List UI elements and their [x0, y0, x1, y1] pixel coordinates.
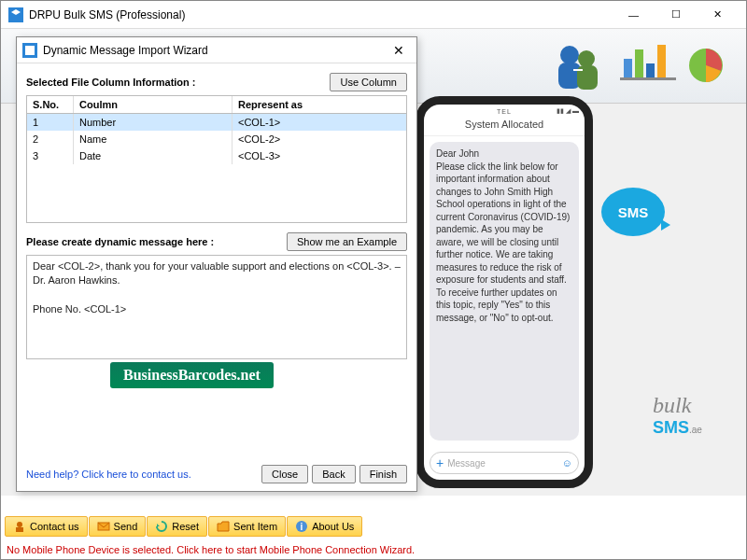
dialog-titlebar: Dynamic Message Import Wizard ✕ — [17, 37, 416, 63]
finish-button[interactable]: Finish — [359, 465, 407, 483]
reset-icon — [155, 520, 168, 533]
sms-text: SMS — [653, 418, 689, 437]
pie-chart-icon — [685, 45, 727, 87]
table-header: S.No. Coulmn Represent as — [27, 96, 406, 114]
watermark-badge: BusinessBarcodes.net — [110, 362, 274, 388]
window-controls: — ☐ ✕ — [613, 2, 739, 28]
contact-us-button[interactable]: Contact us — [5, 516, 88, 537]
about-us-button[interactable]: i About Us — [287, 516, 362, 537]
svg-rect-7 — [635, 49, 643, 77]
about-label: About Us — [312, 521, 354, 532]
use-column-button[interactable]: Use Column — [330, 73, 407, 91]
svg-rect-6 — [624, 59, 632, 77]
cell: Number — [74, 114, 233, 131]
people-icon — [545, 38, 611, 94]
svg-rect-5 — [620, 77, 676, 80]
bulksms-logo: bulk SMS.ae — [653, 393, 737, 458]
table-row[interactable]: 2 Name <COL-2> — [27, 131, 406, 147]
table-row[interactable]: 3 Date <COL-3> — [27, 147, 406, 164]
sent-item-button[interactable]: Sent Item — [208, 516, 286, 537]
battery-icon: ▬ — [572, 107, 579, 115]
dialog-body: Selected File Column Information : Use C… — [17, 63, 416, 491]
bulk-text: bulk — [653, 393, 737, 418]
cell: <COL-2> — [233, 131, 406, 147]
contact-icon — [13, 520, 26, 533]
contact-label: Contact us — [30, 521, 79, 532]
cell: <COL-3> — [233, 147, 406, 164]
app-icon — [8, 7, 23, 22]
maximize-button[interactable]: ☐ — [655, 2, 697, 28]
svg-text:i: i — [301, 522, 303, 532]
dialog-footer: Need help? Click here to contact us. Clo… — [26, 465, 407, 483]
help-link[interactable]: Need help? Click here to contact us. — [26, 469, 191, 480]
phone-input-placeholder[interactable]: Message — [447, 458, 562, 469]
wizard-icon — [22, 43, 37, 58]
svg-point-11 — [17, 522, 22, 527]
folder-icon — [217, 520, 230, 533]
sms-badge: SMS — [601, 188, 671, 244]
create-message-label: Please create dynamic message here : — [26, 236, 287, 247]
cell: Date — [74, 147, 233, 164]
sent-label: Sent Item — [233, 521, 277, 532]
column-table: S.No. Coulmn Represent as 1 Number <COL-… — [26, 95, 407, 223]
svg-rect-12 — [16, 527, 23, 532]
svg-rect-4 — [577, 65, 598, 90]
phone-sender: System Allocated — [424, 115, 585, 136]
cell: <COL-1> — [233, 114, 406, 131]
minimize-button[interactable]: — — [613, 2, 655, 28]
sms-badge-text: SMS — [618, 204, 649, 220]
send-label: Send — [114, 521, 138, 532]
plus-icon[interactable]: + — [436, 455, 444, 470]
send-icon — [97, 520, 110, 533]
cell: 3 — [27, 147, 74, 164]
header-column: Coulmn — [74, 96, 233, 113]
info-icon: i — [295, 520, 308, 533]
header-represent: Represent as — [233, 96, 406, 113]
svg-rect-8 — [646, 63, 655, 77]
dynamic-message-textarea[interactable]: Dear <COL-2>, thank you for your valuabl… — [26, 255, 407, 359]
svg-rect-17 — [25, 46, 35, 55]
close-dialog-button[interactable]: Close — [261, 465, 308, 483]
reset-label: Reset — [172, 521, 199, 532]
table-body: 1 Number <COL-1> 2 Name <COL-2> 3 Date <… — [27, 114, 406, 222]
dialog-title: Dynamic Message Import Wizard — [43, 44, 387, 57]
table-row[interactable]: 1 Number <COL-1> — [27, 114, 406, 131]
window-title: DRPU Bulk SMS (Professional) — [29, 8, 613, 21]
svg-rect-9 — [657, 45, 666, 77]
import-wizard-dialog: Dynamic Message Import Wizard ✕ Selected… — [16, 36, 417, 492]
header-sno: S.No. — [27, 96, 74, 113]
show-example-button[interactable]: Show me an Example — [287, 232, 407, 251]
back-button[interactable]: Back — [312, 465, 355, 483]
signal-icon: ▮▮ — [557, 107, 564, 115]
send-button[interactable]: Send — [89, 516, 147, 537]
close-button[interactable]: ✕ — [697, 2, 739, 28]
status-bar[interactable]: No Mobile Phone Device is selected. Clic… — [7, 544, 415, 555]
wifi-icon: ◢ — [566, 107, 571, 115]
phone-compose-bar: + Message ☺ — [430, 452, 579, 474]
cell: 1 — [27, 114, 74, 131]
svg-point-3 — [578, 50, 595, 67]
svg-point-1 — [560, 46, 579, 64]
cell: 2 — [27, 131, 74, 147]
cell: Name — [74, 131, 233, 147]
bar-chart-icon — [620, 40, 676, 91]
main-titlebar: DRPU Bulk SMS (Professional) — ☐ ✕ — [1, 1, 746, 29]
dialog-close-button[interactable]: ✕ — [387, 43, 411, 58]
bottom-toolbar: Contact us Send Reset Sent Item i About … — [5, 516, 362, 537]
ae-text: .ae — [689, 425, 702, 435]
reset-button[interactable]: Reset — [147, 516, 207, 537]
selected-file-label: Selected File Column Information : — [26, 77, 330, 88]
phone-message-bubble: Dear John Please click the link below fo… — [430, 142, 579, 441]
phone-preview: TEL ▮▮ ◢ ▬ System Allocated Dear John Pl… — [416, 96, 593, 488]
emoji-icon[interactable]: ☺ — [562, 457, 572, 469]
